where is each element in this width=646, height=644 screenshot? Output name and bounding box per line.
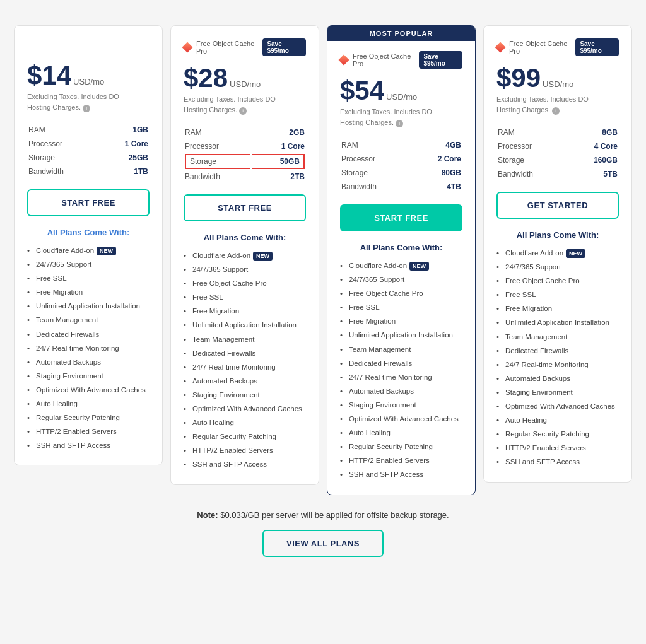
feature-item: Automated Backups <box>27 355 150 369</box>
plan-card-popular: MOST POPULAR Free Object Cache Pro Save … <box>327 25 476 495</box>
price-row: $99 USD/mo <box>496 65 619 91</box>
diamond-icon <box>495 42 506 53</box>
save-badge: Save $95/mo <box>419 51 462 69</box>
feature-item: Regular Security Patching <box>27 411 150 424</box>
price-period: USD/mo <box>386 92 417 102</box>
feature-item: Unlimited Application Installation <box>496 315 619 329</box>
feature-item: SSH and SFTP Access <box>496 455 619 469</box>
spec-value: 8GB <box>570 126 618 139</box>
feature-item: Dedicated Firewalls <box>27 327 150 341</box>
feature-item: Free Migration <box>184 304 306 318</box>
spec-row: Bandwidth 2TB <box>185 170 305 183</box>
info-icon: i <box>396 120 403 127</box>
popular-badge: MOST POPULAR <box>327 26 475 41</box>
feature-item: Unlimited Application Installation <box>27 299 150 313</box>
feature-item: SSH and SFTP Access <box>27 438 150 452</box>
footer-note: Note: $0.033/GB per server will be appli… <box>14 510 632 520</box>
info-icon: i <box>239 107 247 115</box>
feature-item: 24/7/365 Support <box>184 262 306 276</box>
feature-item: Auto Healing <box>496 413 619 427</box>
feature-item: Cloudflare Add-onNEW <box>184 249 306 262</box>
spec-label: Processor <box>28 138 100 150</box>
specs-table: RAM 2GB Processor 1 Core Storage 50GB Ba… <box>184 125 306 184</box>
spec-row: Bandwidth 5TB <box>498 168 618 180</box>
feature-item: Free SSL <box>496 288 619 302</box>
spec-label: Storage <box>498 154 568 167</box>
info-icon: i <box>552 107 560 115</box>
badge-row: Free Object Cache Pro Save $95/mo <box>340 51 462 69</box>
footer-note-prefix: Note: <box>197 510 218 520</box>
save-badge: Save $95/mo <box>575 38 619 56</box>
spec-label: Processor <box>185 140 250 153</box>
spec-label: Storage <box>28 151 100 164</box>
cache-label: Free Object Cache Pro <box>496 40 572 55</box>
feature-item: Auto Healing <box>340 426 462 440</box>
feature-item: Cloudflare Add-onNEW <box>496 246 619 260</box>
features-list: Cloudflare Add-onNEW24/7/365 SupportFree… <box>496 246 619 469</box>
feature-item: Free SSL <box>184 290 306 304</box>
feature-item: SSH and SFTP Access <box>184 457 306 471</box>
spec-label: Processor <box>341 153 413 165</box>
features-title: All Plans Come With: <box>27 228 150 237</box>
cta-button[interactable]: START FREE <box>184 194 306 221</box>
spec-label: RAM <box>341 139 413 151</box>
spec-label: Bandwidth <box>185 170 250 183</box>
feature-item: Team Management <box>496 330 619 344</box>
cta-button[interactable]: START FREE <box>27 189 150 216</box>
cta-button[interactable]: START FREE <box>340 204 462 231</box>
feature-item: Dedicated Firewalls <box>340 356 462 370</box>
feature-item: Regular Security Patching <box>340 440 462 454</box>
feature-item: Cloudflare Add-onNEW <box>340 259 462 272</box>
feature-item: HTTP/2 Enabled Servers <box>27 424 150 438</box>
badge-row-empty <box>27 38 150 54</box>
specs-table: RAM 1GB Processor 1 Core Storage 25GB Ba… <box>27 122 150 179</box>
spec-row-storage-highlight: Storage 50GB <box>185 154 305 169</box>
spec-row: Bandwidth 1TB <box>28 165 148 178</box>
price-amount: $99 <box>496 65 541 91</box>
feature-item: Automated Backups <box>340 384 462 398</box>
plan-card-starter: $14 USD/mo Excluding Taxes. Includes DOH… <box>14 25 163 465</box>
feature-item: Team Management <box>340 342 462 356</box>
feature-item: Free Object Cache Pro <box>184 276 306 290</box>
feature-item: Free Object Cache Pro <box>340 286 462 300</box>
price-amount: $28 <box>184 65 228 91</box>
features-list: Cloudflare Add-onNEW24/7/365 SupportFree… <box>340 259 462 482</box>
cta-button[interactable]: GET STARTED <box>496 192 619 219</box>
new-badge: NEW <box>97 247 116 255</box>
feature-item: Unlimited Application Installation <box>184 318 306 332</box>
feature-item: Automated Backups <box>496 372 619 385</box>
feature-item: 24/7/365 Support <box>496 260 619 274</box>
spec-value: 2GB <box>252 126 305 139</box>
feature-item: Auto Healing <box>27 397 150 411</box>
feature-item: SSH and SFTP Access <box>340 467 462 481</box>
spec-value: 2 Core <box>414 153 461 165</box>
specs-table: RAM 8GB Processor 4 Core Storage 160GB B… <box>496 125 619 182</box>
spec-label: Bandwidth <box>498 168 568 180</box>
feature-item: Free SSL <box>340 300 462 314</box>
plan-card-premium: Free Object Cache Pro Save $95/mo $99 US… <box>483 25 632 483</box>
feature-item: Free Migration <box>27 285 150 299</box>
spec-label: Bandwidth <box>28 165 100 178</box>
pricing-wrapper: $14 USD/mo Excluding Taxes. Includes DOH… <box>14 13 632 570</box>
price-note: Excluding Taxes. Includes DOHosting Char… <box>184 94 306 115</box>
feature-item: Team Management <box>184 332 306 346</box>
spec-value: 4GB <box>414 139 461 151</box>
spec-label: RAM <box>28 124 100 136</box>
spec-row: Bandwidth 4TB <box>341 180 461 193</box>
spec-value: 1TB <box>101 165 148 178</box>
diamond-icon <box>339 55 349 66</box>
spec-label: Storage <box>341 167 413 179</box>
feature-item: 24/7/365 Support <box>27 257 150 271</box>
plan-card-basic: Free Object Cache Pro Save $95/mo $28 US… <box>170 25 319 485</box>
view-all-button[interactable]: VIEW ALL PLANS <box>262 530 384 557</box>
features-list: Cloudflare Add-onNEW24/7/365 SupportFree… <box>27 243 150 452</box>
spec-row: RAM 8GB <box>498 126 618 139</box>
spec-row: Processor 1 Core <box>28 138 148 150</box>
features-list: Cloudflare Add-onNEW24/7/365 SupportFree… <box>184 249 306 472</box>
new-badge: NEW <box>253 252 273 261</box>
spec-value: 2TB <box>252 170 305 183</box>
feature-item: Team Management <box>27 313 150 327</box>
feature-item: 24/7 Real-time Monitoring <box>27 341 150 355</box>
feature-item: HTTP/2 Enabled Servers <box>184 443 306 457</box>
price-note: Excluding Taxes. Includes DOHosting Char… <box>27 91 150 112</box>
